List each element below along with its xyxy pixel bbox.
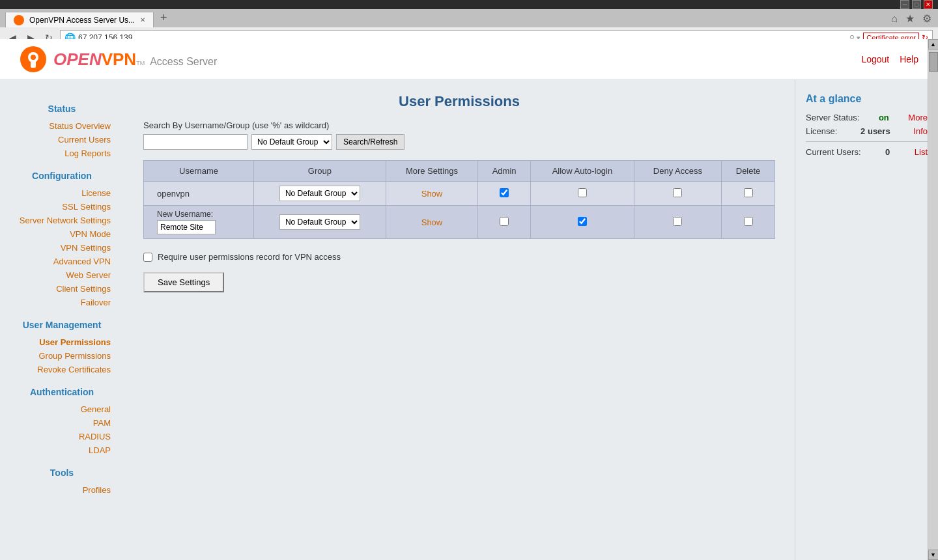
tab-close-icon[interactable]: ✕ (140, 16, 145, 23)
more-link[interactable]: More (908, 113, 928, 122)
sidebar-auth-title: Authentication (0, 387, 124, 397)
restore-btn[interactable]: □ (912, 0, 921, 9)
scrollbar: ▲ ▼ (928, 39, 938, 560)
active-tab[interactable]: OpenVPN Access Server Us... ✕ (5, 12, 154, 27)
scroll-down-arrow[interactable]: ▼ (928, 550, 939, 560)
sidebar-item-auth-pam[interactable]: PAM (0, 416, 124, 430)
new-username-label: New Username: (157, 210, 247, 219)
sidebar-item-revoke-certificates[interactable]: Revoke Certificates (0, 363, 124, 376)
current-users-value: 0 (885, 147, 890, 157)
sidebar-tools-title: Tools (0, 468, 124, 478)
new-deny-cell (634, 206, 721, 239)
col-more-settings: More Settings (386, 161, 477, 182)
new-username-input[interactable] (157, 220, 216, 234)
sidebar-item-web-server[interactable]: Web Server (0, 268, 124, 282)
sidebar-config-title: Configuration (0, 171, 124, 181)
delete-checkbox[interactable] (744, 188, 753, 197)
new-username-cell: New Username: (144, 206, 254, 239)
new-user-group-select[interactable]: No Default Group (279, 214, 360, 230)
save-settings-button[interactable]: Save Settings (143, 272, 224, 292)
home-icon[interactable]: ⌂ (891, 13, 898, 25)
admin-checkbox[interactable] (500, 188, 509, 197)
sidebar-item-client-settings[interactable]: Client Settings (0, 282, 124, 296)
main-container: Status Status Overview Current Users Log… (0, 80, 938, 560)
require-permissions-checkbox[interactable] (143, 253, 152, 262)
new-group-cell: No Default Group (254, 206, 386, 239)
admin-cell (478, 182, 531, 206)
sidebar-item-auth-radius[interactable]: RADIUS (0, 430, 124, 443)
server-status-label: Server Status: (806, 113, 859, 122)
star-icon[interactable]: ★ (905, 12, 915, 25)
sidebar-item-user-permissions[interactable]: User Permissions (0, 335, 124, 349)
col-username: Username (144, 161, 254, 182)
minimize-btn[interactable]: ─ (900, 0, 909, 9)
auto-login-checkbox[interactable] (578, 188, 587, 197)
scroll-thumb[interactable] (929, 52, 938, 72)
main-content: User Permissions Search By Username/Grou… (124, 80, 795, 560)
deny-access-checkbox[interactable] (673, 188, 682, 197)
browser-top-bar: ─ □ ✕ (0, 0, 938, 9)
browser-tabs: OpenVPN Access Server Us... ✕ + ⌂ ★ ⚙ (0, 9, 938, 27)
access-server-label: Access Server (150, 56, 217, 68)
col-group: Group (254, 161, 386, 182)
at-glance-title: At a glance (806, 93, 928, 105)
sidebar-item-status-overview[interactable]: Status Overview (0, 119, 124, 133)
current-users-label: Current Users: (806, 147, 861, 157)
svg-point-3 (31, 55, 36, 60)
sidebar-item-vpn-mode[interactable]: VPN Mode (0, 227, 124, 241)
new-show-more-settings-link[interactable]: Show (421, 217, 443, 227)
sidebar-status-title: Status (0, 104, 124, 114)
new-tab-btn[interactable]: + (155, 11, 173, 25)
sidebar-item-auth-ldap[interactable]: LDAP (0, 443, 124, 457)
help-link[interactable]: Help (900, 54, 918, 64)
require-permissions-label: Require user permissions record for VPN … (158, 252, 341, 262)
at-glance-panel: At a glance Server Status: on More Licen… (795, 80, 938, 560)
sidebar-item-server-network-settings[interactable]: Server Network Settings (0, 214, 124, 227)
current-users-row: Current Users: 0 List (806, 147, 928, 157)
table-header-row: Username Group More Settings Admin Allow… (144, 161, 775, 182)
info-link[interactable]: Info (913, 126, 928, 136)
openvpn-logo-icon (20, 46, 47, 73)
new-deny-access-checkbox[interactable] (673, 217, 682, 226)
col-deny-access: Deny Access (634, 161, 721, 182)
list-link[interactable]: List (915, 147, 928, 157)
username-cell: openvpn (144, 182, 254, 206)
permissions-table: Username Group More Settings Admin Allow… (143, 160, 775, 239)
sidebar-item-vpn-settings[interactable]: VPN Settings (0, 241, 124, 255)
sidebar-item-group-permissions[interactable]: Group Permissions (0, 349, 124, 363)
license-value: 2 users (860, 126, 890, 136)
sidebar-item-auth-general[interactable]: General (0, 402, 124, 416)
new-admin-checkbox[interactable] (500, 217, 509, 226)
sidebar-item-advanced-vpn[interactable]: Advanced VPN (0, 255, 124, 268)
show-more-settings-link[interactable]: Show (421, 189, 443, 199)
auto-login-cell (531, 182, 634, 206)
sidebar-item-log-reports[interactable]: Log Reports (0, 147, 124, 160)
search-refresh-button[interactable]: Search/Refresh (336, 134, 405, 150)
sidebar-item-license[interactable]: License (0, 186, 124, 200)
search-input[interactable] (143, 134, 248, 150)
sidebar-item-current-users[interactable]: Current Users (0, 133, 124, 147)
sidebar-item-failover[interactable]: Failover (0, 296, 124, 309)
col-admin: Admin (478, 161, 531, 182)
scroll-up-arrow[interactable]: ▲ (928, 39, 939, 49)
new-admin-cell (478, 206, 531, 239)
logout-link[interactable]: Logout (861, 54, 889, 64)
sidebar-item-tools-profiles[interactable]: Profiles (0, 483, 124, 497)
search-row: No Default Group Search/Refresh (143, 134, 775, 150)
close-btn[interactable]: ✕ (924, 0, 933, 9)
svg-rect-2 (31, 60, 36, 68)
sidebar-user-mgmt-title: User Management (0, 320, 124, 330)
sidebar: Status Status Overview Current Users Log… (0, 80, 124, 560)
new-auto-login-checkbox[interactable] (578, 217, 587, 226)
logo-area: OPENVPNTM Access Server (20, 46, 217, 73)
new-delete-cell (722, 206, 775, 239)
table-new-row: New Username: No Default Group Show (144, 206, 775, 239)
group-select[interactable]: No Default Group (251, 134, 332, 150)
deny-cell (634, 182, 721, 206)
browser-chrome: ─ □ ✕ OpenVPN Access Server Us... ✕ + ⌂ … (0, 0, 938, 39)
sidebar-item-ssl-settings[interactable]: SSL Settings (0, 200, 124, 214)
new-delete-checkbox[interactable] (744, 217, 753, 226)
more-settings-cell: Show (386, 182, 477, 206)
user-group-select[interactable]: No Default Group (279, 186, 360, 201)
settings-icon[interactable]: ⚙ (922, 12, 931, 25)
